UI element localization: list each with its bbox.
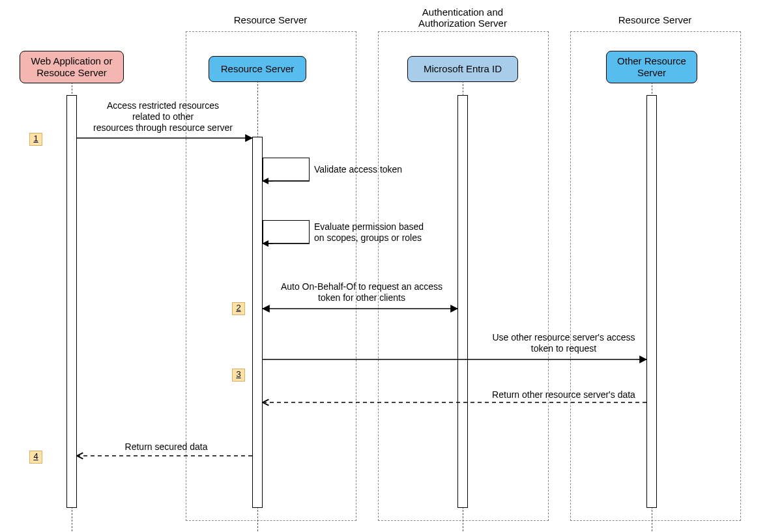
self-message-box-evaluate	[263, 220, 310, 244]
group-title-resource-server-right: Resource Server	[570, 14, 740, 25]
msg-return-client: Return secured data	[85, 441, 248, 453]
group-title-resource-server-left: Resource Server	[186, 14, 355, 25]
self-message-box-validate	[263, 158, 310, 181]
participant-resource-server: Resource Server	[209, 56, 306, 82]
step-badge-4: 4	[29, 451, 42, 464]
step-badge-1: 1	[29, 133, 42, 146]
msg-obo-request: Auto On-Behalf-Of to request an access t…	[267, 281, 456, 303]
msg-return-other-data: Return other resource server's data	[469, 389, 658, 400]
step-badge-2: 2	[232, 302, 245, 315]
sequence-diagram: Resource Server Authentication and Autho…	[0, 0, 782, 532]
msg-use-other-token: Use other resource server's access token…	[469, 332, 658, 354]
msg-access-restricted: Access restricted resources related to o…	[75, 100, 251, 133]
msg-validate-token: Validate access token	[314, 164, 431, 175]
activation-client	[66, 95, 77, 508]
step-badge-3: 3	[232, 369, 245, 382]
msg-evaluate-permission: Evaluate permission based on scopes, gro…	[314, 221, 457, 244]
group-title-auth-server: Authentication and Authorization Server	[378, 7, 547, 29]
participant-auth: Microsoft Entra ID	[407, 56, 518, 82]
activation-rs	[252, 137, 263, 508]
activation-other	[646, 95, 657, 508]
activation-auth	[457, 95, 468, 508]
participant-client: Web Application or Resouce Server	[20, 51, 124, 83]
participant-other-resource-server: Other Resource Server	[606, 51, 697, 83]
